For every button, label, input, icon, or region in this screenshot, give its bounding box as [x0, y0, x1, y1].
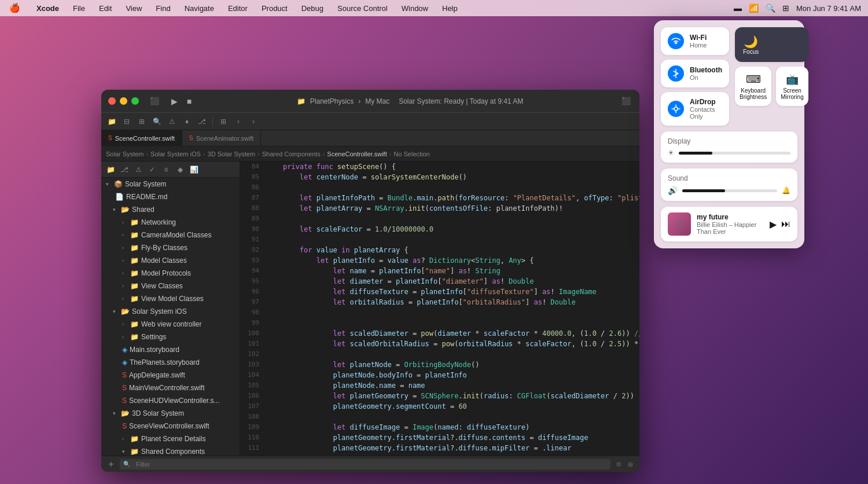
tree-shared[interactable]: ▾ 📂 Shared [101, 203, 240, 216]
menubar-window[interactable]: Window [399, 3, 431, 14]
cc-airdrop-tile[interactable]: AirDrop Contacts Only [661, 92, 729, 126]
back-icon[interactable]: ‹ [233, 116, 244, 127]
cc-wifi-title: Wi-Fi [690, 34, 707, 42]
tree-model-protocols[interactable]: › 📁 Model Protocols [101, 267, 240, 280]
tree-webview[interactable]: › 📁 Web view controller [101, 318, 240, 331]
tree-main-storyboard[interactable]: ◈ Main.storyboard [101, 343, 240, 356]
filter-recent-icon[interactable]: ⊙ [614, 460, 623, 469]
cc-keyboard-tile[interactable]: ⌨ KeyboardBrightness [735, 67, 771, 106]
menubar-right: ▬ 📶 🔍 ⊞ Mon Jun 7 9:41 AM [734, 3, 861, 13]
cc-screen-mirror-tile[interactable]: 📺 ScreenMirroring [776, 67, 808, 106]
code-editor[interactable]: 84 private func setupScene() { 85 let ce… [240, 162, 639, 456]
split-icon[interactable]: ⊞ [218, 116, 229, 127]
control-center-icon[interactable]: ⊞ [782, 3, 789, 13]
menubar-source-control[interactable]: Source Control [335, 3, 390, 14]
swift-mainvc-icon: S [122, 384, 127, 392]
tree-viewmodel-classes[interactable]: › 📁 View Model Classes [101, 292, 240, 305]
issues-icon[interactable]: ⚠ [133, 164, 144, 175]
tree-networking[interactable]: › 📁 Networking [101, 216, 240, 229]
project-icon: 📁 [297, 97, 306, 105]
cc-moon-icon: 🌙 [744, 35, 758, 49]
bc-3d[interactable]: 3D Solar System [208, 151, 256, 157]
minimize-button[interactable] [120, 97, 127, 105]
menubar-file[interactable]: File [71, 3, 87, 14]
bookmark-icon[interactable]: ♦ [181, 116, 193, 127]
menubar-editor[interactable]: Editor [226, 3, 250, 14]
cc-bluetooth-tile[interactable]: Bluetooth On [661, 60, 729, 87]
menubar-xcode[interactable]: Xcode [34, 3, 61, 14]
inspector-toggle[interactable]: ⬛ [620, 95, 632, 108]
tests-icon[interactable]: ✓ [146, 164, 158, 175]
menubar-view[interactable]: View [123, 3, 144, 14]
cc-wifi-tile[interactable]: Wi-Fi Home [661, 27, 729, 55]
cc-sound-label: Sound [668, 174, 790, 182]
folder-icon[interactable]: 📁 [106, 116, 117, 127]
bc-ios[interactable]: Solar System iOS [150, 151, 201, 157]
menubar-navigate[interactable]: Navigate [182, 3, 216, 14]
debug-icon[interactable]: ≡ [160, 164, 172, 175]
menubar-edit[interactable]: Edit [97, 3, 114, 14]
apple-menu[interactable]: 🍎 [7, 2, 23, 14]
source-control-icon[interactable]: ⎇ [119, 164, 130, 175]
menubar-find[interactable]: Find [153, 3, 172, 14]
wifi-icon[interactable]: 📶 [749, 3, 759, 13]
run-button[interactable]: ▶ [168, 95, 181, 108]
tree-settings[interactable]: › 📁 Settings [101, 331, 240, 343]
tree-planets-storyboard[interactable]: ◈ ThePlanets.storyboard [101, 356, 240, 369]
menubar-help[interactable]: Help [440, 3, 460, 14]
tree-model-classes[interactable]: › 📁 Model Classes [101, 254, 240, 267]
diff-icon[interactable]: ⊟ [121, 116, 133, 127]
tree-solar-system[interactable]: ▾ 📦 Solar System [101, 178, 240, 190]
warning-icon[interactable]: ⚠ [166, 116, 178, 127]
tab-sceneanimator[interactable]: S SceneAnimator.swift [182, 130, 261, 146]
navigator-toggle[interactable]: ⬛ [148, 95, 161, 108]
close-button[interactable] [108, 97, 116, 105]
tree-cameramodel[interactable]: › 📁 CameraModel Classes [101, 229, 240, 241]
tree-flyby[interactable]: › 📁 Fly-By Classes [101, 241, 240, 254]
folder-model-icon: 📁 [130, 256, 139, 265]
bc-shared-components[interactable]: Shared Components [262, 151, 321, 157]
tree-planet-scene[interactable]: › 📁 Planet Scene Details [101, 432, 240, 445]
tree-mainvc[interactable]: S MainViewController.swift [101, 382, 240, 394]
tree-shared-components[interactable]: ▾ 📁 Shared Components [101, 445, 240, 456]
breakpoints-icon[interactable]: ◆ [174, 164, 186, 175]
menubar-debug[interactable]: Debug [299, 3, 326, 14]
branch-icon[interactable]: ⎇ [196, 116, 208, 127]
cc-display-track[interactable] [679, 152, 790, 155]
cc-focus-tile[interactable]: 🌙 Focus [735, 27, 808, 62]
cc-next-button[interactable]: ⏭ [781, 219, 790, 229]
device-name: My Mac [365, 97, 389, 105]
cc-sound-track[interactable] [682, 189, 777, 192]
bc-selection[interactable]: No Selection [393, 151, 429, 157]
bc-solar-system[interactable]: Solar System [106, 151, 144, 157]
title-sep: › [358, 97, 361, 105]
tree-scenevc[interactable]: S SceneViewController.swift [101, 420, 240, 432]
grid-icon[interactable]: ⊞ [136, 116, 148, 127]
search-icon[interactable]: 🔍 [766, 3, 775, 13]
tree-scenehud[interactable]: S SceneHUDViewController.s... [101, 394, 240, 407]
reports-icon[interactable]: 📊 [188, 164, 200, 175]
tree-view-classes[interactable]: › 📁 View Classes [101, 280, 240, 292]
tree-solar-ios[interactable]: ▾ 📂 Solar System iOS [101, 305, 240, 318]
cc-play-button[interactable]: ▶ [770, 219, 777, 230]
bc-file[interactable]: SceneController.swift [327, 151, 387, 157]
title-bar-center: 📁 PlanetPhysics › My Mac Solar System: R… [200, 97, 620, 105]
tree-appdelegate[interactable]: S AppDelegate.swift [101, 369, 240, 382]
files-icon[interactable]: 📁 [105, 164, 116, 175]
stop-button[interactable]: ■ [183, 95, 196, 108]
cc-playback-controls: ▶ ⏭ [770, 219, 790, 230]
filter2-icon[interactable]: 🔍 [151, 116, 163, 127]
battery-icon[interactable]: ▬ [734, 3, 742, 13]
add-file-button[interactable]: + [106, 459, 116, 470]
filter-input[interactable] [133, 459, 607, 470]
fullscreen-button[interactable] [131, 97, 139, 105]
folder-shared-icon: 📁 [130, 448, 139, 456]
tree-readme[interactable]: 📄 README.md [101, 190, 240, 203]
menubar-product[interactable]: Product [259, 3, 290, 14]
code-line-93: 93 let planetInfo = value as? Dictionary… [240, 255, 639, 266]
filter-modified-icon[interactable]: ◎ [626, 460, 635, 469]
forward-icon[interactable]: › [248, 116, 259, 127]
code-line-104: 104 planetNode.bodyInfo = planetInfo [240, 370, 639, 380]
tab-scenecontroller[interactable]: S SceneController.swift [101, 130, 182, 146]
tree-3d-solar[interactable]: ▾ 📂 3D Solar System [101, 407, 240, 420]
